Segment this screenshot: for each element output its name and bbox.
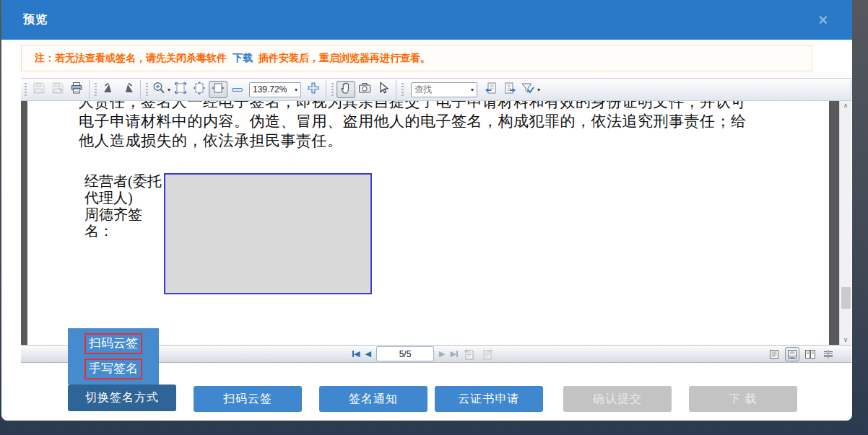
zoom-tool-caret-icon[interactable]: ▾ [168, 87, 170, 93]
toolbar-separator [140, 80, 141, 99]
vertical-scrollbar[interactable]: ∧ ∨ [839, 101, 851, 345]
cloud-certificate-apply-button[interactable]: 云证书申请 [435, 386, 543, 412]
last-page-button[interactable]: ▶ [450, 350, 457, 358]
toolbar-grip [24, 82, 27, 97]
filter-check-icon [520, 81, 536, 98]
previous-page-icon: ◀ [365, 350, 371, 358]
fit-page-button[interactable] [171, 81, 190, 98]
document-viewer: 人责任；签名人一经电子签名，即视为其亲自提交了电子申请材料和有效的身份证明文件，… [21, 101, 851, 345]
download-link[interactable]: 下载 [233, 52, 253, 65]
camera-icon [357, 81, 372, 98]
scrollbar-thumb[interactable] [841, 287, 851, 309]
two-page-icon [804, 348, 816, 360]
zoom-tool-button[interactable]: ▾ [151, 81, 171, 98]
signature-notice-button[interactable]: 签名通知 [319, 386, 428, 412]
toolbar-separator [326, 80, 326, 99]
viewer-left-edge [21, 101, 27, 345]
popup-item-handwritten-sign[interactable]: 手写签名 [84, 359, 142, 379]
continuous-page-icon [786, 348, 798, 360]
document-line: 他人造成损失的，依法承担民事责任。 [79, 131, 783, 151]
preview-modal: 预览 × 注：若无法查看或签名，请先关闭杀毒软件 下载 插件安装后，重启浏览器再… [1, 0, 852, 421]
plus-icon [307, 82, 320, 97]
pdf-toolbar: ▾ 139.72% ▾ [21, 78, 851, 101]
toolbar-separator [89, 80, 90, 99]
single-page-layout-button[interactable] [767, 347, 781, 361]
page-indicator-input[interactable] [376, 346, 434, 361]
hand-tool-button[interactable] [337, 81, 355, 98]
signature-box[interactable] [164, 173, 372, 294]
signature-label-line: 周德齐签名： [84, 206, 164, 240]
document-page: 人责任；签名人一经电子签名，即视为其亲自提交了电子申请材料和有效的身份证明文件，… [27, 101, 829, 345]
highlight-tool-button[interactable]: ▾ [519, 81, 541, 98]
find-previous-icon [484, 81, 498, 98]
fit-page-icon [173, 81, 188, 98]
continuous-page-layout-button[interactable] [785, 347, 799, 361]
signature-label-line: 经营者(委托 [84, 173, 164, 190]
zoom-level-caret-icon: ▾ [295, 87, 298, 93]
fit-width-button[interactable] [190, 81, 209, 98]
notice-bar: 注：若无法查看或签名，请先关闭杀毒软件 下载 插件安装后，重启浏览器再进行查看。 [21, 45, 812, 71]
download-button[interactable]: 下 载 [689, 386, 797, 412]
two-page-continuous-layout-button[interactable] [821, 347, 836, 361]
find-previous-button[interactable] [482, 81, 500, 98]
find-next-icon [503, 81, 517, 98]
toolbar-grip [94, 82, 97, 97]
notice-text-prefix: 注：若无法查看或签名，请先关闭杀毒软件 [35, 52, 227, 65]
save-icon [32, 81, 46, 98]
save-as-button[interactable] [48, 81, 67, 98]
scan-cloud-sign-button[interactable]: 扫码云签 [194, 386, 302, 412]
fit-actual-size-icon [211, 81, 225, 98]
modal-title: 预览 [23, 12, 48, 27]
zoom-out-button[interactable] [227, 81, 246, 98]
rotate-left-button[interactable] [100, 81, 118, 98]
hand-icon [339, 81, 353, 98]
snapshot-tool-button[interactable] [355, 81, 374, 98]
previous-page-button[interactable]: ◀ [365, 350, 371, 358]
select-tool-button[interactable] [374, 81, 393, 98]
save-button[interactable] [30, 81, 48, 98]
zoom-in-button[interactable] [304, 81, 323, 98]
next-page-icon: ▶ [439, 350, 445, 358]
last-page-icon: ▶ [450, 350, 456, 358]
close-icon[interactable]: × [818, 12, 830, 28]
page-layout-controls [767, 347, 836, 361]
print-icon [69, 81, 84, 98]
previous-view-button[interactable] [463, 348, 476, 361]
fit-actual-size-button[interactable] [209, 81, 227, 98]
find-caret-icon: ▾ [471, 87, 474, 93]
first-page-button[interactable]: ◀ [352, 350, 360, 358]
toolbar-grip [401, 82, 404, 97]
rotate-right-button[interactable] [118, 81, 137, 98]
next-view-button[interactable] [481, 348, 494, 361]
document-line: 电子申请材料中的内容。伪造、冒用、盗用他人的电子签名，构成犯罪的，依法追究刑事责… [79, 112, 783, 131]
modal-header: 预览 × [1, 0, 852, 40]
scroll-up-icon[interactable]: ∧ [843, 102, 849, 109]
zoom-in-magnifier-icon [152, 81, 166, 98]
rotate-right-icon [121, 81, 135, 98]
two-page-continuous-icon [823, 348, 834, 360]
zoom-level-value: 139.72% [253, 84, 293, 95]
signature-label: 经营者(委托 代理人) 周德齐签名： [84, 173, 164, 294]
viewer-right-edge [829, 101, 839, 345]
confirm-submit-button[interactable]: 确认提交 [563, 386, 672, 412]
zoom-level-select[interactable]: 139.72% ▾ [249, 82, 301, 97]
switch-signature-method-button[interactable]: 切换签名方式 [68, 385, 176, 411]
print-button[interactable] [67, 81, 86, 98]
document-text: 人责任；签名人一经电子签名，即视为其亲自提交了电子申请材料和有效的身份证明文件，… [79, 101, 783, 151]
signature-label-line: 代理人) [84, 190, 164, 206]
previous-view-icon [463, 348, 476, 361]
popup-item-scan-cloud-sign[interactable]: 扫码云签 [84, 333, 142, 354]
scroll-down-icon[interactable]: ∨ [843, 337, 849, 343]
find-input[interactable] [415, 84, 469, 95]
next-page-button[interactable]: ▶ [439, 350, 445, 358]
two-page-layout-button[interactable] [803, 347, 817, 361]
find-combobox[interactable]: ▾ [411, 82, 477, 97]
rotate-left-icon [102, 81, 116, 98]
highlight-caret-icon[interactable]: ▾ [537, 87, 540, 93]
first-page-icon: ◀ [354, 350, 360, 358]
fit-width-icon [192, 81, 207, 98]
toolbar-grip [145, 82, 149, 97]
find-next-button[interactable] [500, 81, 519, 98]
signature-section: 经营者(委托 代理人) 周德齐签名： [84, 173, 372, 294]
document-line: 人责任；签名人一经电子签名，即视为其亲自提交了电子申请材料和有效的身份证明文件，… [79, 101, 783, 112]
